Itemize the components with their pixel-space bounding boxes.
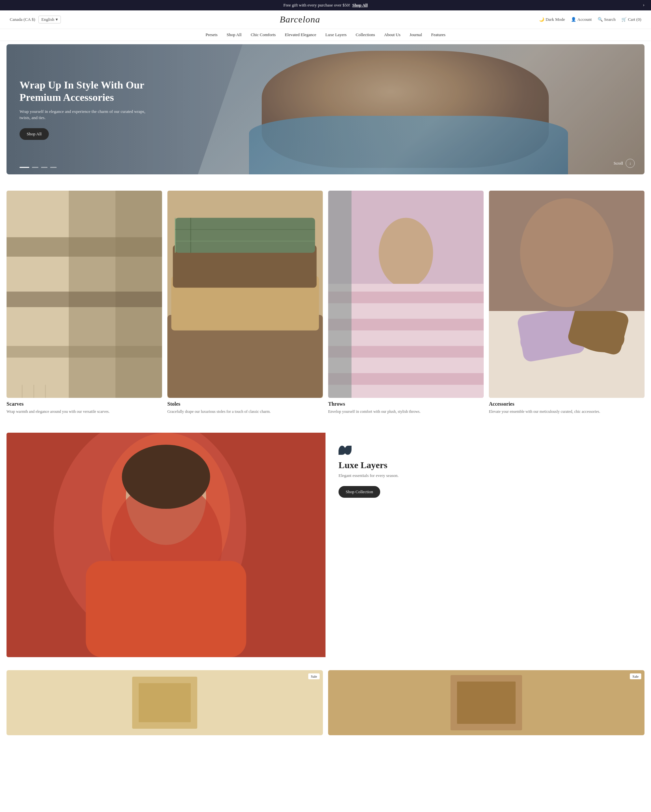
hero-cta-button[interactable]: Shop All: [20, 128, 49, 140]
scarves-image: [6, 191, 162, 398]
main-nav: Presets Shop All Chic Comforts Elevated …: [0, 29, 651, 41]
product-card-1[interactable]: Sale: [6, 670, 323, 735]
moon-icon: 🌙: [539, 17, 544, 22]
hero-content: Wrap Up In Style With Our Premium Access…: [20, 79, 156, 140]
announcement-bar: Free gift with every purchase over $50! …: [0, 0, 651, 11]
luxe-logo: [339, 446, 631, 455]
luxe-title: Luxe Layers: [339, 460, 631, 470]
nav-item-luxe-layers[interactable]: Luxe Layers: [325, 32, 346, 37]
search-button[interactable]: 🔍 Search: [598, 17, 616, 22]
language-selector[interactable]: English ▾: [38, 15, 61, 23]
category-card-stoles[interactable]: Stoles Gracefully drape our luxurious st…: [167, 191, 323, 414]
category-desc-accessories: Elevate your ensemble with our meticulou…: [489, 409, 645, 414]
svg-rect-23: [328, 319, 483, 331]
cart-button[interactable]: 🛒 Cart (0): [621, 17, 641, 22]
person-icon: 👤: [571, 17, 576, 22]
product-image-1: [6, 670, 323, 735]
category-image-stoles: [167, 191, 323, 398]
hero-section: Wrap Up In Style With Our Premium Access…: [6, 44, 645, 174]
svg-rect-22: [328, 292, 483, 303]
category-card-throws[interactable]: Throws Envelop yourself in comfort with …: [328, 191, 484, 414]
category-image-scarves: [6, 191, 162, 398]
shop-collection-button[interactable]: Shop Collection: [339, 486, 380, 498]
svg-point-34: [520, 198, 613, 307]
indicator-4[interactable]: [50, 167, 57, 168]
category-card-scarves[interactable]: Scarves Wrap warmth and elegance around …: [6, 191, 162, 414]
svg-rect-25: [328, 373, 483, 385]
cart-icon: 🛒: [621, 17, 627, 22]
svg-point-20: [379, 218, 433, 288]
throws-image: [328, 191, 484, 398]
luxe-section: Luxe Layers Elegant essentials for every…: [6, 433, 645, 657]
announcement-text: Free gift with every purchase over $50!: [283, 3, 350, 8]
accessories-image: [489, 191, 645, 398]
indicator-1[interactable]: [20, 167, 29, 168]
category-desc-throws: Envelop yourself in comfort with our plu…: [328, 409, 484, 414]
hero-subtitle: Wrap yourself in elegance and experience…: [20, 108, 156, 121]
region-label: Canada (CA $): [10, 17, 35, 22]
arrow-down-icon: ↓: [629, 161, 631, 166]
luxe-content: Luxe Layers Elegant essentials for every…: [326, 433, 645, 657]
svg-rect-26: [328, 191, 351, 398]
nav-item-collections[interactable]: Collections: [356, 32, 375, 37]
luxe-background: [6, 433, 326, 657]
nav-item-elevated-elegance[interactable]: Elevated Elegance: [285, 32, 316, 37]
category-desc-scarves: Wrap warmth and elegance around you with…: [6, 409, 162, 414]
cart-label: Cart (0): [628, 17, 641, 22]
svg-rect-4: [6, 237, 162, 257]
svg-point-41: [122, 445, 210, 509]
product-card-2[interactable]: Sale: [328, 670, 645, 735]
dark-mode-toggle[interactable]: 🌙 Dark Mode: [539, 17, 565, 22]
category-name-throws: Throws: [328, 401, 484, 407]
svg-rect-47: [457, 682, 516, 724]
category-name-accessories: Accessories: [489, 401, 645, 407]
category-name-scarves: Scarves: [6, 401, 162, 407]
scroll-label: Scroll: [614, 161, 623, 166]
indicator-3[interactable]: [41, 167, 47, 168]
product-row: Sale Sale: [6, 670, 645, 735]
sale-badge-2: Sale: [630, 673, 641, 679]
nav-item-features[interactable]: Features: [431, 32, 446, 37]
account-label: Account: [578, 17, 592, 22]
announcement-link[interactable]: Shop All: [352, 3, 367, 8]
category-section: Scarves Wrap warmth and elegance around …: [0, 178, 651, 433]
product-2-image: [328, 670, 645, 735]
scroll-button[interactable]: ↓: [626, 159, 635, 168]
svg-rect-6: [6, 346, 162, 357]
header: Canada (CA $) English ▾ Barcelona 🌙 Dark…: [0, 11, 651, 29]
language-value: English: [41, 17, 54, 22]
category-card-accessories[interactable]: Accessories Elevate your ensemble with o…: [489, 191, 645, 414]
nav-item-about-us[interactable]: About Us: [384, 32, 400, 37]
category-grid: Scarves Wrap warmth and elegance around …: [6, 191, 645, 414]
svg-rect-5: [6, 292, 162, 307]
header-left: Canada (CA $) English ▾: [10, 15, 61, 23]
product-1-image: [6, 670, 323, 735]
announcement-chevron: ›: [643, 3, 645, 8]
indicator-2[interactable]: [32, 167, 38, 168]
nav-item-journal[interactable]: Journal: [410, 32, 422, 37]
svg-rect-14: [175, 218, 315, 253]
category-image-throws: [328, 191, 484, 398]
account-button[interactable]: 👤 Account: [571, 17, 592, 22]
hero-scroll[interactable]: Scroll ↓: [614, 159, 635, 168]
nav-item-presets[interactable]: Presets: [205, 32, 217, 37]
product-image-2: [328, 670, 645, 735]
luxe-subtitle: Elegant essentials for every season.: [339, 473, 631, 478]
dark-mode-label: Dark Mode: [546, 17, 565, 22]
chevron-down-icon: ▾: [56, 17, 58, 22]
category-name-stoles: Stoles: [167, 401, 323, 407]
category-image-accessories: [489, 191, 645, 398]
nav-item-shop-all[interactable]: Shop All: [226, 32, 241, 37]
luxe-image: [6, 433, 326, 657]
site-logo[interactable]: Barcelona: [280, 14, 320, 25]
nav-item-chic-comforts[interactable]: Chic Comforts: [251, 32, 276, 37]
sale-badge-1: Sale: [308, 673, 319, 679]
search-icon: 🔍: [598, 17, 603, 22]
svg-rect-40: [86, 561, 246, 658]
svg-rect-44: [139, 683, 191, 722]
luxe-logo-shape-right: [344, 446, 351, 455]
hero-title: Wrap Up In Style With Our Premium Access…: [20, 79, 156, 104]
svg-rect-24: [328, 346, 483, 357]
category-desc-stoles: Gracefully drape our luxurious stoles fo…: [167, 409, 323, 414]
header-right: 🌙 Dark Mode 👤 Account 🔍 Search 🛒 Cart (0…: [539, 17, 641, 22]
